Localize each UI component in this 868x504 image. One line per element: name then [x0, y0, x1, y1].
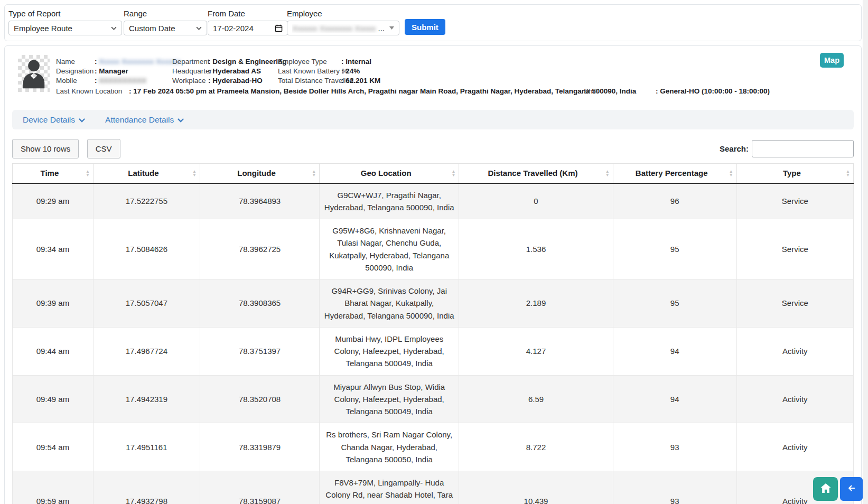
range-label: Range: [124, 9, 207, 18]
info-row-1: Name : Xxxxx Xxxxxxxx Xxxxxx Department …: [5, 58, 861, 67]
employee-value-redacted: Xxxxxx Xxxxxxxx Xxxxx: [292, 24, 376, 33]
table-cell: 10.439: [459, 471, 613, 504]
shift-label: Shift: [584, 87, 598, 95]
column-header-label: Geo Location: [361, 169, 412, 178]
tab-attendance-details-label: Attendance Details: [105, 115, 174, 125]
last-known-battery-label: Last Known Battery %: [278, 67, 348, 75]
table-cell: 09:54 am: [13, 423, 94, 471]
show-rows-button[interactable]: Show 10 rows: [12, 139, 79, 158]
tab-attendance-details[interactable]: Attendance Details: [105, 115, 184, 125]
filter-bar: Type of Report Employee Route Range Cust…: [4, 4, 862, 41]
employee-type-label: Employee Type: [278, 58, 327, 66]
table-body: 09:29 am17.522275578.3964893G9CW+WJ7, Pr…: [13, 183, 854, 504]
caret-down-icon: [389, 26, 394, 30]
last-known-location-label: Last Known Location: [56, 87, 122, 95]
column-header-label: Latitude: [128, 169, 158, 178]
map-button[interactable]: Map: [820, 53, 844, 68]
home-button[interactable]: [813, 477, 838, 501]
back-button[interactable]: [840, 477, 863, 501]
type-of-report-select[interactable]: Employee Route: [8, 21, 122, 35]
range-select[interactable]: Custom Date: [124, 21, 207, 35]
chevron-down-icon: [196, 26, 202, 30]
column-header-latitude[interactable]: Latitude▲▼: [93, 164, 200, 183]
table-controls: Show 10 rows CSV Search:: [12, 139, 854, 158]
table-row: 09:39 am17.505704778.3908365G94R+GG9, Sr…: [13, 279, 854, 328]
table-cell: 93: [613, 471, 736, 504]
designation-value: : Manager: [95, 67, 128, 75]
calendar-icon[interactable]: [275, 24, 283, 32]
mobile-value-redacted: XXXXXXXXXX: [99, 77, 146, 85]
table-cell: 2.189: [459, 279, 613, 328]
sort-icon[interactable]: ▲▼: [192, 170, 197, 177]
range-value: Custom Date: [129, 24, 193, 33]
table-cell: 09:44 am: [13, 327, 94, 375]
tab-bar: Device Details Attendance Details: [12, 110, 854, 129]
table-cell: 78.3964893: [200, 183, 320, 219]
table-cell: 78.3159087: [200, 471, 320, 504]
shift-value: : General-HO (10:00:00 - 18:00:00): [656, 87, 770, 95]
type-of-report-value: Employee Route: [14, 24, 108, 33]
table-cell: 95: [613, 279, 736, 328]
total-distance-value: : 62.201 KM: [341, 77, 380, 85]
table-cell: 93: [613, 423, 736, 471]
table-cell: 17.4967724: [93, 327, 200, 375]
column-header-geo-location[interactable]: Geo Location▲▼: [320, 164, 459, 183]
scrollbar[interactable]: [863, 0, 868, 504]
table-cell: 09:39 am: [13, 279, 94, 328]
info-row-2: Designation : Manager Headquarter : Hyde…: [5, 67, 861, 77]
table-row: 09:49 am17.494231978.3520708Miyapur Allw…: [13, 375, 854, 423]
sort-icon[interactable]: ▲▼: [312, 170, 316, 177]
designation-label: Designation: [56, 67, 94, 75]
home-icon: [820, 483, 832, 495]
table-cell: 17.4951161: [93, 423, 200, 471]
sort-icon[interactable]: ▲▼: [451, 170, 455, 177]
report-content-card: Name : Xxxxx Xxxxxxxx Xxxxxx Department …: [4, 45, 862, 504]
from-date-input[interactable]: 17-02-2024: [208, 21, 288, 35]
table-row: 09:44 am17.496772478.3751397Mumbai Hwy, …: [13, 327, 854, 375]
from-date-group: From Date 17-02-2024: [208, 9, 288, 35]
sort-icon[interactable]: ▲▼: [86, 170, 90, 177]
employee-label: Employee: [287, 9, 399, 18]
csv-button[interactable]: CSV: [87, 139, 120, 158]
column-header-time[interactable]: Time▲▼: [13, 164, 94, 183]
column-header-type[interactable]: Type▲▼: [736, 164, 853, 183]
column-header-distance-travelled-km[interactable]: Distance Travelled (Km)▲▼: [459, 164, 613, 183]
column-header-label: Battery Percentage: [636, 169, 708, 178]
table-cell: 78.3908365: [200, 279, 320, 328]
sort-icon[interactable]: ▲▼: [605, 170, 610, 177]
submit-button[interactable]: Submit: [405, 19, 445, 35]
sort-icon[interactable]: ▲▼: [729, 170, 733, 177]
table-cell: 0: [459, 183, 613, 219]
tab-device-details[interactable]: Device Details: [23, 115, 85, 125]
table-cell: 6.59: [459, 375, 613, 423]
sort-icon[interactable]: ▲▼: [846, 170, 850, 177]
tab-device-details-label: Device Details: [23, 115, 75, 125]
chevron-down-icon: [178, 115, 184, 125]
table-cell: 78.3520708: [200, 375, 320, 423]
arrow-left-icon: [846, 483, 857, 494]
table-cell: Miyapur Allwyn Bus Stop, Widia Colony, H…: [320, 375, 459, 423]
table-row: 09:54 am17.495116178.3319879Rs brothers,…: [13, 423, 854, 471]
table-cell: 17.4942319: [93, 375, 200, 423]
table-cell: 17.5057047: [93, 279, 200, 328]
table-cell: 4.127: [459, 327, 613, 375]
table-cell: 8.722: [459, 423, 613, 471]
search-group: Search:: [720, 140, 854, 157]
table-cell: 94: [613, 375, 736, 423]
search-input[interactable]: [752, 140, 854, 157]
from-date-value: 17-02-2024: [213, 24, 272, 33]
column-header-longitude[interactable]: Longitude▲▼: [200, 164, 320, 183]
from-date-label: From Date: [208, 9, 288, 18]
table-cell: Rs brothers, Sri Ram Nagar Colony, Chand…: [320, 423, 459, 471]
employee-select[interactable]: Xxxxxx Xxxxxxxx Xxxxx ...: [287, 21, 399, 35]
table-cell: Service: [736, 183, 853, 219]
table-cell: Mumbai Hwy, IDPL Employees Colony, Hafee…: [320, 327, 459, 375]
table-cell: Activity: [736, 327, 853, 375]
department-label: Department: [172, 58, 210, 66]
employee-group: Employee Xxxxxx Xxxxxxxx Xxxxx ...: [287, 9, 399, 35]
column-header-battery-percentage[interactable]: Battery Percentage▲▼: [613, 164, 736, 183]
table-cell: 78.3751397: [200, 327, 320, 375]
headquarter-label: Headquarter: [172, 67, 212, 75]
table-cell: Service: [736, 219, 853, 279]
table-header-row: Time▲▼Latitude▲▼Longitude▲▼Geo Location▲…: [13, 164, 854, 183]
